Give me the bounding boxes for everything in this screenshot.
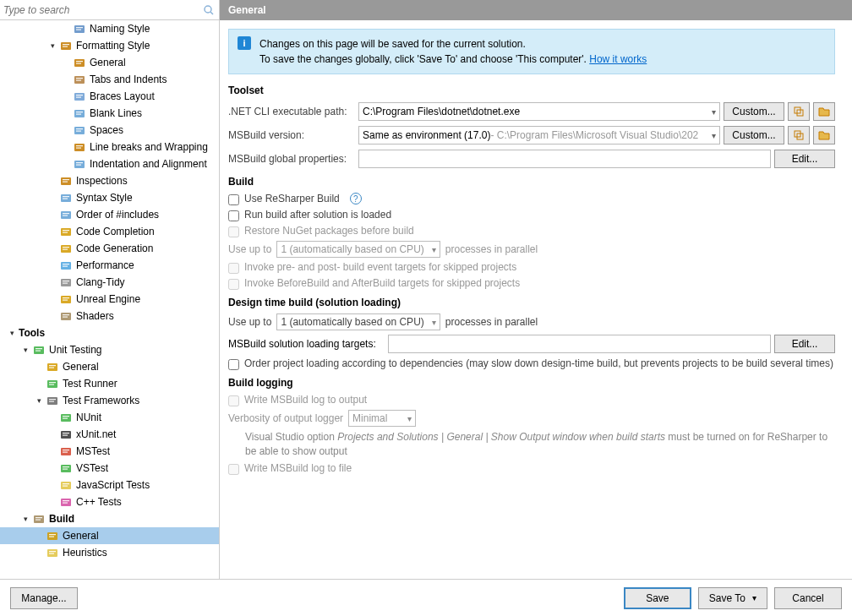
msbuild-copy-button[interactable] (788, 126, 810, 144)
tree-item-test-frameworks[interactable]: ▾Test Frameworks (0, 392, 219, 409)
tree-item-shaders[interactable]: Shaders (0, 308, 219, 324)
ue-icon (59, 292, 73, 306)
verbosity-select: Minimal (348, 410, 416, 427)
tree-item-vstest[interactable]: VSTest (0, 460, 219, 477)
cli-copy-button[interactable] (788, 102, 810, 121)
tree-item-braces-layout[interactable]: Braces Layout (0, 88, 219, 105)
svg-rect-81 (63, 483, 69, 484)
tree-item-spaces[interactable]: Spaces (0, 122, 219, 139)
tree-item-general[interactable]: General (0, 527, 219, 544)
svg-rect-22 (76, 131, 81, 132)
cli-custom-button[interactable]: Custom... (724, 102, 784, 121)
tree-item-code-generation[interactable]: Code Generation (0, 240, 219, 257)
content: General i Changes on this page will be s… (220, 0, 852, 579)
gen2-icon (46, 360, 59, 373)
cli-path-dropdown[interactable]: C:\Program Files\dotnet\dotnet.exe (358, 102, 720, 121)
save-button[interactable]: Save (624, 587, 691, 609)
expand-arrow-icon[interactable]: ▾ (20, 345, 30, 355)
tree-item-label: Heuristics (63, 547, 219, 559)
svg-rect-54 (63, 314, 69, 315)
tree-item-general[interactable]: General (0, 54, 219, 71)
tree-item-blank-lines[interactable]: Blank Lines (0, 105, 219, 122)
expand-arrow-icon (47, 226, 57, 237)
help-icon[interactable]: ? (350, 193, 362, 204)
tree-item-code-completion[interactable]: Code Completion (0, 223, 219, 240)
tree-item-unreal-engine[interactable]: Unreal Engine (0, 291, 219, 308)
cmp-icon (59, 225, 73, 238)
tree-item-c-tests[interactable]: C++ Tests (0, 493, 219, 510)
svg-rect-45 (63, 264, 69, 264)
write-file-checkbox (228, 464, 239, 475)
tree-item-xunit-net[interactable]: xUnit.net (0, 426, 219, 443)
xun-icon (59, 428, 73, 441)
msbuild-custom-button[interactable]: Custom... (724, 126, 784, 144)
order-projects-checkbox[interactable] (228, 359, 239, 370)
tree-item-javascript-tests[interactable]: JavaScript Tests (0, 477, 219, 493)
manage-button[interactable]: Manage... (10, 587, 78, 609)
search-icon[interactable] (202, 3, 216, 17)
cli-path-label: .NET CLI executable path: (228, 106, 355, 117)
tree-item-label: Tabs and Indents (90, 74, 219, 85)
tree-item-mstest[interactable]: MSTest (0, 443, 219, 460)
tree-item-performance[interactable]: Performance (0, 257, 219, 274)
expand-arrow-icon[interactable]: ▾ (7, 328, 17, 338)
search-input[interactable] (3, 4, 202, 16)
expand-arrow-icon (47, 294, 57, 304)
svg-rect-37 (63, 215, 68, 216)
ord-icon (59, 208, 73, 221)
svg-rect-61 (49, 368, 54, 368)
order-projects-label: Order project loading according to depen… (244, 357, 833, 369)
svg-rect-12 (76, 78, 83, 79)
tree-item-unit-testing[interactable]: ▾Unit Testing (0, 341, 219, 358)
dt-parallel-select[interactable]: 1 (automatically based on CPU) (276, 313, 440, 330)
cancel-button[interactable]: Cancel (774, 587, 842, 609)
run-icon (46, 377, 59, 390)
svg-rect-9 (76, 61, 83, 62)
tree-item-indentation-and-alignment[interactable]: Indentation and Alignment (0, 155, 219, 172)
tree-item-heuristics[interactable]: Heuristics (0, 544, 219, 561)
save-to-button[interactable]: Save To (698, 587, 767, 609)
svg-rect-28 (76, 165, 81, 166)
lbr-icon (73, 140, 86, 154)
tree-item-syntax-style[interactable]: Syntax Style (0, 189, 219, 206)
use-resharper-build-checkbox[interactable] (228, 194, 239, 205)
tree-item-inspections[interactable]: Inspections (0, 172, 219, 189)
tree-item-clang-tidy[interactable]: Clang-Tidy (0, 274, 219, 291)
tree-item-build[interactable]: ▾Build (0, 510, 219, 527)
svg-rect-31 (63, 182, 68, 183)
tree-item-order-of-includes[interactable]: Order of #includes (0, 206, 219, 223)
tree-item-line-breaks-and-wrapping[interactable]: Line breaks and Wrapping (0, 139, 219, 155)
tree-item-label: Test Frameworks (63, 395, 219, 406)
how-it-works-link[interactable]: How it works (589, 53, 647, 65)
expand-arrow-icon[interactable]: ▾ (47, 41, 57, 51)
run-after-load-checkbox[interactable] (228, 210, 239, 221)
tree-item-test-runner[interactable]: Test Runner (0, 375, 219, 392)
expand-arrow-icon[interactable]: ▾ (20, 514, 30, 524)
tree-item-nunit[interactable]: NUnit (0, 409, 219, 426)
jst-icon (59, 478, 73, 492)
svg-rect-18 (76, 112, 83, 112)
invoke-prepost-checkbox (228, 263, 239, 274)
msbuild-browse-button[interactable] (813, 126, 835, 144)
tab-icon (73, 73, 86, 86)
tree-item-naming-style[interactable]: Naming Style (0, 20, 219, 37)
svg-rect-43 (63, 249, 68, 250)
info-line2: To save the changes globally, click 'Sav… (259, 52, 647, 67)
dt-edit-button[interactable]: Edit... (774, 335, 835, 353)
tree-item-tabs-and-indents[interactable]: Tabs and Indents (0, 71, 219, 88)
svg-rect-10 (76, 63, 81, 64)
tree-item-label: Performance (76, 259, 219, 271)
tree-item-tools[interactable]: ▾Tools (0, 324, 219, 341)
tree-item-formatting-style[interactable]: ▾Formatting Style (0, 37, 219, 54)
bgn-icon (46, 529, 59, 542)
svg-rect-19 (76, 114, 81, 115)
cli-browse-button[interactable] (813, 102, 835, 121)
msbuild-global-label: MSBuild global properties: (228, 153, 355, 165)
msbuild-global-edit-button[interactable]: Edit... (774, 150, 835, 168)
msbuild-global-input[interactable] (358, 150, 771, 168)
msbuild-version-dropdown[interactable]: Same as environment (17.0) - C:\Program … (358, 126, 720, 144)
tree-item-general[interactable]: General (0, 358, 219, 375)
svg-rect-93 (49, 551, 56, 552)
dt-targets-input[interactable] (388, 335, 771, 353)
expand-arrow-icon[interactable]: ▾ (34, 395, 44, 406)
